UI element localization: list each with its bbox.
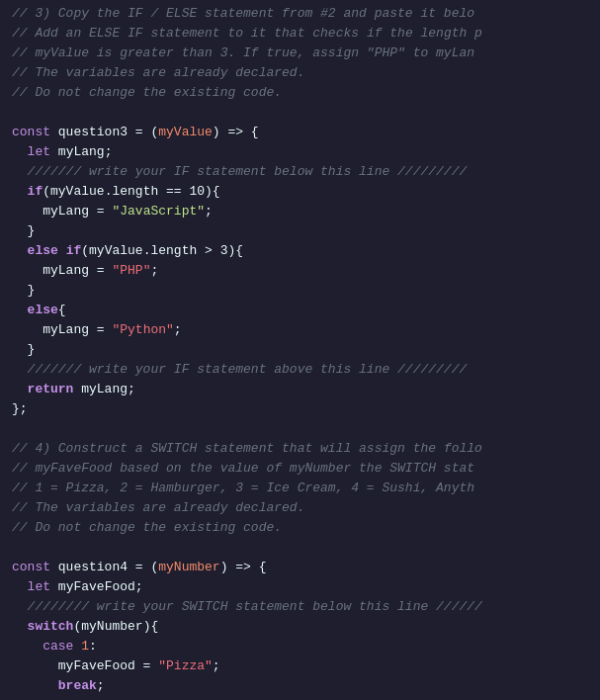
code-line <box>0 103 600 123</box>
code-text <box>12 696 43 700</box>
code-text: ; <box>174 320 182 340</box>
code-text: (myNumber){ <box>73 617 158 637</box>
comment-text: // myFaveFood based on the value of myNu… <box>12 459 474 479</box>
code-text: (myValue.length > 3){ <box>81 241 243 261</box>
code-text: } <box>12 221 35 241</box>
code-text: myLang = <box>12 320 112 340</box>
code-line <box>0 419 600 439</box>
comment-text: checks if the length p <box>304 24 481 44</box>
code-text: : <box>89 637 97 656</box>
code-text: question4 = ( <box>58 558 158 577</box>
code-line: return myLang; <box>0 380 600 399</box>
code-line: else{ <box>0 301 600 320</box>
code-line: // 3) Copy the IF / ELSE statement from … <box>0 4 600 24</box>
comment-text: // The variables are already declared. <box>12 498 304 518</box>
keyword: switch <box>28 617 74 637</box>
comment-text: // The variables are already declared. <box>12 63 304 83</box>
code-line: // 1 = Pizza, 2 = Hamburger, 3 = Ice Cre… <box>0 479 600 498</box>
code-text <box>12 637 43 656</box>
code-text <box>12 617 28 637</box>
code-line: } <box>0 221 600 241</box>
keyword: else <box>28 241 66 261</box>
comment-text: follo <box>436 439 482 459</box>
code-text <box>12 142 28 162</box>
code-line: let myLang; <box>0 142 600 162</box>
code-text: } <box>12 281 35 301</box>
keyword: let <box>28 142 58 162</box>
comment-text: that <box>274 24 304 44</box>
code-text: } <box>12 340 35 360</box>
code-line: // The variables are already declared. <box>0 63 600 83</box>
keyword: if <box>28 182 43 202</box>
keyword: break <box>58 676 97 696</box>
keyword: case <box>43 637 81 656</box>
code-editor: // 3) Copy the IF / ELSE statement from … <box>0 0 600 700</box>
string-value: "Pizza" <box>158 656 213 676</box>
code-line: if(myValue.length == 10){ <box>0 182 600 202</box>
number-value: 1 <box>81 637 89 656</box>
comment-text: // Do not change the existing code. <box>12 83 282 103</box>
code-text: }; <box>12 399 28 419</box>
code-line: case 1: <box>0 637 600 656</box>
comment-text: that <box>282 439 312 459</box>
comment-text: // 1 = Pizza, 2 = Hamburger, 3 = Ice Cre… <box>12 479 474 498</box>
code-line: // Do not change the existing code. <box>0 83 600 103</box>
code-line: }; <box>0 399 600 419</box>
comment-text: /////// write your IF statement above th… <box>12 360 467 380</box>
code-text <box>12 241 28 261</box>
keyword: return <box>28 380 82 399</box>
code-text: myLang = <box>12 261 112 281</box>
code-line: // myValue is greater than 3. If true, a… <box>0 44 600 63</box>
code-line: let myFaveFood; <box>0 577 600 597</box>
comment-text: // 3) Copy the IF / ELSE statement from … <box>12 4 474 24</box>
comment-text: // Add an ELSE IF statement to it <box>12 24 274 44</box>
code-line: // Add an ELSE IF statement to it that c… <box>0 24 600 44</box>
code-line: // myFaveFood based on the value of myNu… <box>0 459 600 479</box>
string-value: "Python" <box>112 320 173 340</box>
code-text <box>12 380 28 399</box>
code-line: break; <box>0 676 600 696</box>
keyword: if <box>66 241 82 261</box>
keyword: const <box>12 558 58 577</box>
code-text: ; <box>213 656 220 676</box>
code-line: const question3 = (myValue) => { <box>0 123 600 142</box>
code-text: (myValue.length == 10){ <box>43 182 219 202</box>
code-line: } <box>0 340 600 360</box>
code-line: // The variables are already declared. <box>0 498 600 518</box>
keyword: let <box>28 577 58 597</box>
code-line: //////// write your SWITCH statement bel… <box>0 597 600 617</box>
code-text: myLang = <box>12 202 112 221</box>
keyword: else <box>28 301 58 320</box>
code-line: case <box>0 696 600 700</box>
code-line: myLang = "PHP"; <box>0 261 600 281</box>
code-text: ) => { <box>220 558 267 577</box>
code-text: { <box>58 301 66 320</box>
comment-text: the <box>413 439 436 459</box>
code-line: myLang = "Python"; <box>0 320 600 340</box>
param-text: myNumber <box>158 558 219 577</box>
code-line: else if(myValue.length > 3){ <box>0 241 600 261</box>
string-value: "JavaScript" <box>112 202 205 221</box>
code-text: ) => { <box>213 123 259 142</box>
code-text <box>12 301 28 320</box>
comment-text: //////// write your SWITCH statement bel… <box>12 597 482 617</box>
keyword: case <box>43 696 73 700</box>
comment-text: // myValue is greater than 3. If true, a… <box>12 44 474 63</box>
comment-text: // Do not change the existing code. <box>12 518 282 538</box>
param-text: myValue <box>158 123 213 142</box>
code-text <box>12 182 28 202</box>
code-text: ; <box>205 202 213 221</box>
code-line: /////// write your IF statement above th… <box>0 360 600 380</box>
code-line: myLang = "JavaScript"; <box>0 202 600 221</box>
code-line: /////// write your IF statement below th… <box>0 162 600 182</box>
code-line: const question4 = (myNumber) => { <box>0 558 600 577</box>
code-line: // Do not change the existing code. <box>0 518 600 538</box>
comment-text: will assign <box>312 439 412 459</box>
code-text: myLang; <box>58 142 113 162</box>
code-text: ; <box>150 261 158 281</box>
code-line <box>0 538 600 558</box>
comment-text: // 4) Construct a SWITCH statement <box>12 439 282 459</box>
code-text: myFaveFood; <box>58 577 143 597</box>
code-line: } <box>0 281 600 301</box>
string-value: "PHP" <box>112 261 150 281</box>
